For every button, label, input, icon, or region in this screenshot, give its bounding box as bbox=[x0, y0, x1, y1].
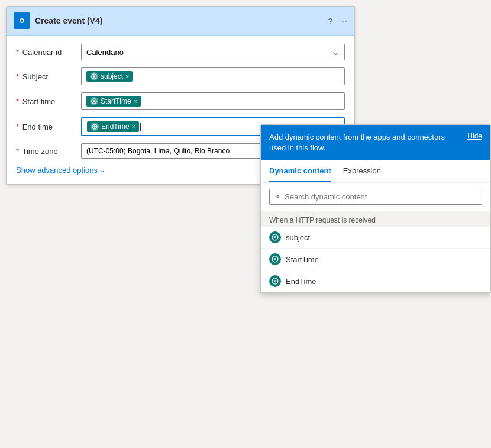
hide-button[interactable]: Hide bbox=[467, 132, 482, 140]
more-icon[interactable]: ··· bbox=[340, 16, 347, 26]
dynamic-panel-header: Add dynamic content from the apps and co… bbox=[261, 125, 490, 160]
dynamic-search-container: ⚬ bbox=[261, 183, 490, 211]
subject-label: * Subject bbox=[16, 72, 81, 81]
tag-label: EndTime bbox=[101, 123, 130, 131]
item-label-endtime: EndTime bbox=[286, 277, 316, 286]
card-title: Create event (V4) bbox=[35, 16, 102, 25]
tag-icon bbox=[90, 97, 98, 105]
start-time-tag: StartTime × bbox=[86, 96, 141, 107]
item-label-starttime: StartTime bbox=[286, 255, 319, 264]
calendar-id-select[interactable]: Calendario ⌄ bbox=[81, 44, 345, 60]
subject-tag: subject × bbox=[86, 71, 133, 82]
start-time-label: * Start time bbox=[16, 97, 81, 106]
subject-input[interactable]: subject × bbox=[81, 67, 345, 85]
required-star: * bbox=[16, 123, 19, 131]
required-star: * bbox=[16, 48, 19, 57]
dynamic-content-panel: Add dynamic content from the apps and co… bbox=[260, 124, 491, 293]
time-zone-label: * Time zone bbox=[16, 147, 81, 156]
text-cursor bbox=[140, 123, 141, 131]
calendar-id-row: * Calendar id Calendario ⌄ bbox=[16, 44, 345, 60]
item-icon-subject bbox=[269, 231, 281, 243]
tag-label: StartTime bbox=[101, 97, 131, 105]
tag-close-icon[interactable]: × bbox=[132, 123, 135, 130]
required-star: * bbox=[16, 147, 19, 156]
end-time-label: * End time bbox=[16, 123, 81, 131]
tag-label: subject bbox=[101, 72, 123, 80]
tab-expression[interactable]: Expression bbox=[343, 160, 381, 182]
end-time-tag: EndTime × bbox=[87, 121, 139, 132]
dynamic-panel-tabs: Dynamic content Expression bbox=[261, 160, 490, 183]
dynamic-item-endtime[interactable]: EndTime bbox=[261, 270, 490, 292]
item-label-subject: subject bbox=[286, 233, 310, 242]
help-icon[interactable]: ? bbox=[328, 16, 332, 26]
chevron-down-icon: ⌄ bbox=[100, 166, 105, 174]
dynamic-item-starttime[interactable]: StartTime bbox=[261, 249, 490, 270]
search-box[interactable]: ⚬ bbox=[269, 189, 482, 205]
svg-text:O: O bbox=[20, 17, 25, 24]
tag-close-icon[interactable]: × bbox=[125, 73, 129, 80]
item-icon-starttime bbox=[269, 253, 281, 265]
app-icon: O bbox=[14, 12, 30, 29]
section-header: When a HTTP request is received bbox=[261, 211, 490, 227]
search-input[interactable] bbox=[285, 192, 477, 201]
tag-icon bbox=[91, 123, 99, 131]
chevron-down-icon: ⌄ bbox=[332, 47, 340, 57]
advanced-options-label: Show advanced options bbox=[16, 166, 98, 175]
tag-close-icon[interactable]: × bbox=[134, 98, 137, 105]
item-icon-endtime bbox=[269, 275, 281, 287]
required-star: * bbox=[16, 72, 19, 81]
calendar-id-label: * Calendar id bbox=[16, 48, 81, 57]
header-left: O Create event (V4) bbox=[14, 12, 102, 29]
required-star: * bbox=[16, 97, 19, 106]
dynamic-panel-title: Add dynamic content from the apps and co… bbox=[269, 132, 461, 153]
start-time-input[interactable]: StartTime × bbox=[81, 92, 345, 110]
subject-row: * Subject subject × bbox=[16, 67, 345, 85]
start-time-row: * Start time StartTime × bbox=[16, 92, 345, 110]
search-icon: ⚬ bbox=[274, 192, 281, 201]
dynamic-item-subject[interactable]: subject bbox=[261, 227, 490, 249]
header-right: ? ··· bbox=[328, 16, 347, 26]
card-header: O Create event (V4) ? ··· bbox=[7, 7, 354, 36]
tag-icon bbox=[90, 72, 98, 80]
tab-dynamic-content[interactable]: Dynamic content bbox=[269, 160, 331, 182]
